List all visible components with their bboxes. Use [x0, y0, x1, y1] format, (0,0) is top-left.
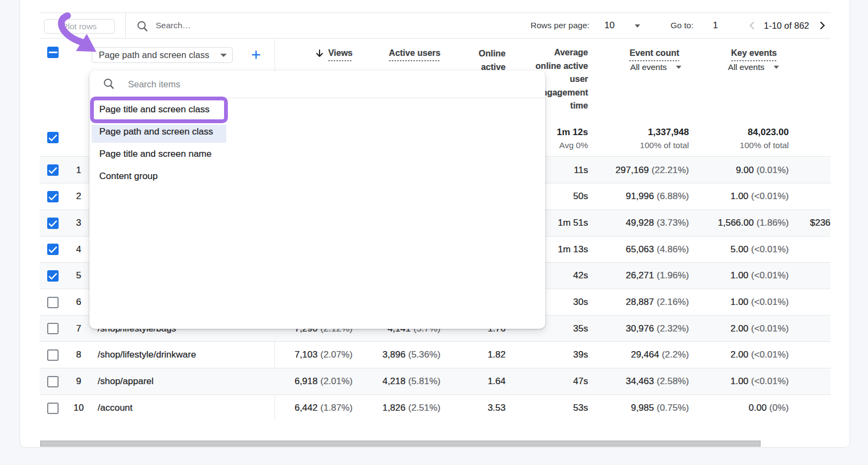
row-event-count: 9,985(0.75%) [631, 395, 689, 421]
row-key-events: 1.00(<0.01%) [730, 263, 789, 289]
row-dimension: /shop/lifestyle/drinkware [98, 342, 196, 368]
row-event-count: 30,976(2.32%) [626, 316, 689, 341]
row-event-count: 26,271(1.96%) [626, 263, 689, 289]
toolbar-divider [125, 13, 126, 38]
row-avg-engagement: 1m 51s [558, 210, 588, 236]
row-number: 3 [64, 210, 93, 236]
row-online-active: 1.64 [488, 368, 506, 394]
row-number: 5 [64, 263, 93, 289]
row-avg-engagement: 35s [573, 316, 588, 341]
check-icon [47, 191, 59, 202]
horizontal-scrollbar-thumb[interactable] [40, 441, 761, 447]
row-checkbox[interactable] [47, 218, 59, 229]
row-active-users: 3,896(5.36%) [382, 342, 441, 368]
row-active-users: 1,826(2.51%) [382, 395, 441, 421]
column-header-event-count[interactable]: Event count All events [629, 47, 679, 73]
row-event-count: 28,887(2.16%) [626, 289, 689, 315]
row-key-events: 9.00(0.01%) [736, 157, 789, 183]
row-number: 1 [64, 157, 93, 183]
row-avg-engagement: 50s [573, 183, 588, 209]
dropdown-item-page-path-screen-class[interactable]: Page path and screen class [90, 120, 317, 143]
row-key-events: 1.00(<0.01%) [730, 289, 789, 315]
search-icon [136, 20, 149, 33]
row-checkbox[interactable] [47, 244, 59, 255]
check-icon [47, 270, 59, 282]
row-checkbox-cell [47, 316, 59, 341]
row-checkbox[interactable] [47, 323, 59, 334]
row-key-events: 1,566.00(1.86%) [718, 210, 789, 236]
row-avg-engagement: 30s [573, 289, 588, 315]
row-checkbox-cell [47, 289, 59, 315]
row-checkbox[interactable] [47, 270, 59, 282]
row-number: 6 [64, 289, 93, 315]
row-checkbox[interactable] [47, 191, 59, 202]
row-avg-engagement: 11s [574, 157, 588, 183]
sort-descending-icon [315, 48, 324, 58]
row-checkbox[interactable] [47, 349, 59, 361]
pagination-range: 1-10 of 862 [764, 13, 809, 38]
dropdown-item-content-group[interactable]: Content group [90, 165, 317, 187]
row-key-events: 2.00(<0.01%) [730, 316, 789, 341]
dimension-selector-caret-icon [220, 54, 227, 57]
table-toolbar: Plot rows Search… Rows per page: 10 Go t… [40, 12, 831, 39]
annotation-highlight-box [90, 97, 228, 123]
totals-row-checkbox[interactable] [47, 132, 59, 143]
rows-per-page-select[interactable]: 10 [604, 13, 615, 38]
next-page-icon[interactable] [817, 21, 827, 30]
check-icon [47, 164, 59, 176]
key-events-filter[interactable]: All events [728, 62, 779, 73]
row-checkbox-cell [47, 395, 59, 421]
row-views: 6,442(1.87%) [295, 395, 353, 421]
check-icon [47, 218, 59, 229]
row-event-count: 34,463(2.58%) [626, 368, 689, 394]
panel-search-icon [103, 78, 116, 91]
row-key-events: 1.00(<0.01%) [730, 368, 789, 394]
dimension-selector[interactable]: Page path and screen class [92, 47, 233, 63]
row-event-count: 65,063(4.86%) [626, 237, 689, 262]
row-checkbox[interactable] [47, 403, 59, 414]
column-header-views[interactable]: Views [315, 47, 353, 59]
search-input[interactable]: Search… [156, 13, 191, 38]
check-icon [47, 244, 59, 255]
check-icon [47, 132, 59, 143]
row-number: 4 [64, 237, 93, 262]
goto-page-input[interactable]: 1 [713, 13, 718, 38]
row-avg-engagement: 42s [573, 263, 588, 289]
rows-per-page-label: Rows per page: [531, 13, 590, 38]
column-header-key-events[interactable]: Key events All events [728, 47, 777, 73]
row-number: 8 [64, 342, 93, 368]
table-row: 9 /shop/apparel 6,918(2.01%) 4,218(5.81%… [40, 368, 831, 395]
column-header-online-active[interactable]: Online active [478, 47, 506, 74]
row-dimension: /account [98, 395, 132, 421]
row-number: 7 [64, 316, 93, 341]
row-views: 7,103(2.07%) [295, 342, 353, 368]
row-key-events: 1.00(<0.01%) [730, 183, 789, 209]
panel-search-input[interactable]: Search items [128, 71, 180, 98]
row-checkbox-cell [47, 368, 59, 394]
row-checkbox-cell [47, 183, 59, 209]
event-count-filter[interactable]: All events [629, 62, 681, 73]
row-views: 6,918(2.01%) [295, 368, 353, 394]
row-checkbox-cell [47, 237, 59, 262]
row-checkbox-cell [47, 342, 59, 368]
row-checkbox-cell [47, 210, 59, 236]
row-avg-engagement: 47s [573, 368, 588, 394]
column-header-active-users[interactable]: Active users [389, 47, 441, 59]
row-number: 9 [64, 368, 93, 394]
annotation-arrow [0, 0, 108, 65]
rows-per-page-caret-icon[interactable] [635, 24, 640, 28]
row-key-events: 0.00(0%) [749, 395, 789, 421]
row-checkbox[interactable] [47, 376, 59, 387]
row-checkbox[interactable] [47, 164, 59, 176]
row-avg-engagement: 53s [573, 395, 588, 421]
row-event-count: 29,464(2.2%) [631, 342, 689, 368]
dimension-selector-label: Page path and screen class [99, 50, 209, 60]
row-number: 10 [64, 395, 93, 421]
row-event-count: 49,928(3.73%) [626, 210, 689, 236]
row-number: 2 [64, 183, 93, 209]
prev-page-icon[interactable] [748, 21, 757, 30]
add-dimension-icon[interactable] [251, 49, 261, 60]
dropdown-item-page-title-screen-name[interactable]: Page title and screen name [90, 143, 317, 165]
table-row: 10 /account 6,442(1.87%) 1,826(2.51%) 3.… [40, 395, 831, 421]
row-checkbox[interactable] [47, 297, 59, 308]
